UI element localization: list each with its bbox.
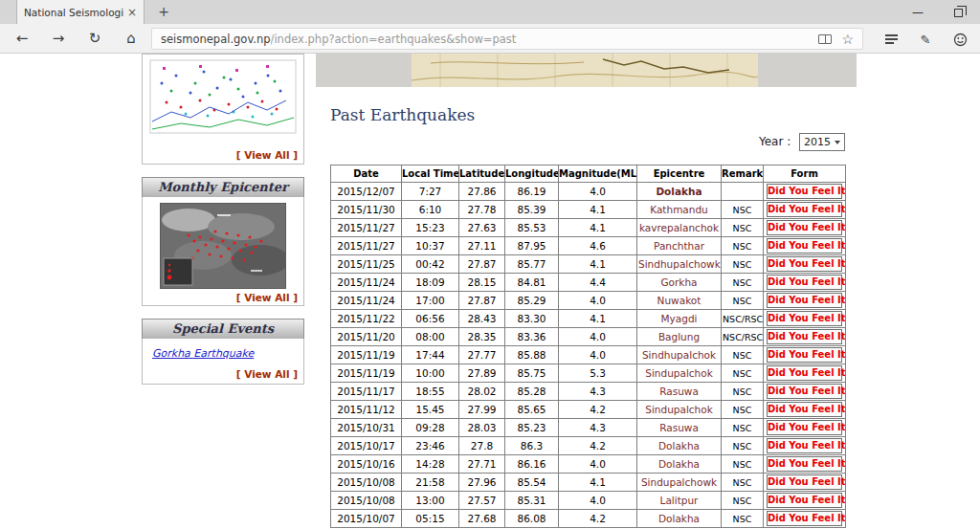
cell-magnitude: 4.0	[559, 492, 637, 510]
did-you-feel-it-link[interactable]: Did You Feel It?	[767, 384, 842, 399]
browser-tab[interactable]: National Seismological C ×	[16, 0, 145, 24]
did-you-feel-it-link[interactable]: Did You Feel It?	[767, 420, 842, 435]
earthquake-table: DateLocal TimeLatitudeLongitudeMagnitude…	[330, 165, 846, 528]
minimize-button[interactable]: —	[898, 0, 938, 24]
monthly-map-view-all-link[interactable]: [ View All ]	[236, 292, 298, 303]
cell-longitude: 86.08	[505, 510, 559, 528]
cell-remarks: NSC	[722, 292, 764, 310]
cell-remarks: NSC	[722, 201, 764, 219]
cell-magnitude: 4.0	[559, 346, 637, 364]
refresh-button[interactable]: ↻	[80, 27, 109, 51]
did-you-feel-it-link[interactable]: Did You Feel It?	[767, 511, 842, 526]
tab-bar: National Seismological C × + —	[0, 0, 980, 24]
cell-epicentre: Myagdi	[637, 310, 722, 328]
did-you-feel-it-link[interactable]: Did You Feel It?	[767, 474, 842, 490]
cell-longitude: 86.3	[505, 437, 559, 455]
cell-magnitude: 4.1	[559, 310, 637, 328]
special-events-view-all-link[interactable]: [ View All ]	[236, 368, 298, 380]
cell-form: Did You Feel It?	[764, 183, 846, 201]
did-you-feel-it-link[interactable]: Did You Feel It?	[767, 184, 842, 199]
cell-magnitude: 4.1	[559, 474, 637, 492]
cell-epicentre: Sindupalchowk	[637, 474, 722, 492]
gorkha-earthquake-link[interactable]: Gorkha Earthquake	[152, 347, 254, 360]
year-select[interactable]: 2015	[799, 133, 845, 151]
home-button[interactable]: ⌂	[117, 27, 145, 51]
cell-magnitude: 4.0	[559, 183, 637, 201]
cell-epicentre: kavrepalanchok	[637, 219, 722, 237]
feedback-button[interactable]	[946, 28, 974, 51]
cell-local-time: 18:09	[402, 274, 459, 292]
cell-date: 2015/11/24	[331, 274, 402, 292]
cell-longitude: 85.29	[505, 292, 559, 310]
column-header: Local Time	[402, 165, 459, 183]
monthly-map-thumbnail[interactable]	[160, 203, 286, 293]
cell-local-time: 17:00	[402, 292, 459, 310]
cell-local-time: 14:28	[402, 455, 459, 474]
did-you-feel-it-link[interactable]: Did You Feel It?	[767, 456, 842, 472]
cell-longitude: 83.30	[505, 310, 559, 328]
cell-date: 2015/11/25	[331, 255, 402, 274]
cell-form: Did You Feel It?	[764, 292, 846, 310]
did-you-feel-it-link[interactable]: Did You Feel It?	[767, 365, 842, 381]
cell-local-time: 18:55	[402, 383, 459, 401]
forward-button[interactable]: →	[44, 27, 73, 51]
did-you-feel-it-link[interactable]: Did You Feel It?	[767, 293, 842, 308]
cell-latitude: 27.96	[459, 474, 505, 492]
column-header: Magnitude(ML)	[559, 165, 637, 183]
reading-view-icon[interactable]	[818, 34, 832, 44]
cell-longitude: 85.77	[505, 255, 559, 274]
cell-form: Did You Feel It?	[764, 401, 846, 419]
cell-latitude: 27.99	[459, 401, 505, 419]
cell-form: Did You Feel It?	[764, 274, 846, 292]
cell-magnitude: 4.2	[559, 437, 637, 455]
new-tab-button[interactable]: +	[151, 3, 176, 21]
cell-latitude: 27.87	[459, 292, 505, 310]
hub-button[interactable]	[877, 28, 905, 51]
cell-local-time: 05:15	[402, 510, 459, 528]
tab-close-icon[interactable]: ×	[127, 6, 137, 19]
table-row: 2015/10/1614:2827.7186.164.0DolakhaNSCDi…	[331, 455, 846, 474]
cell-latitude: 27.86	[459, 183, 505, 201]
cell-magnitude: 4.0	[559, 455, 637, 474]
did-you-feel-it-link[interactable]: Did You Feel It?	[767, 402, 842, 417]
cell-form: Did You Feel It?	[764, 455, 846, 474]
cell-latitude: 28.35	[459, 328, 505, 346]
cell-date: 2015/10/31	[331, 419, 402, 437]
cell-epicentre: Sindhupalchok	[637, 346, 722, 364]
table-row: 2015/11/2206:5628.4383.304.1MyagdiNSC/RS…	[331, 310, 846, 328]
cell-date: 2015/10/08	[331, 492, 402, 510]
cell-magnitude: 4.0	[559, 328, 637, 346]
back-button[interactable]: ←	[8, 27, 36, 51]
tab-title: National Seismological C	[24, 7, 123, 18]
did-you-feel-it-link[interactable]: Did You Feel It?	[767, 256, 842, 272]
did-you-feel-it-link[interactable]: Did You Feel It?	[767, 238, 842, 253]
did-you-feel-it-link[interactable]: Did You Feel It?	[767, 311, 842, 326]
seismicity-view-all-link[interactable]: [ View All ]	[236, 149, 298, 161]
cell-longitude: 85.39	[505, 201, 559, 219]
did-you-feel-it-link[interactable]: Did You Feel It?	[767, 329, 842, 344]
did-you-feel-it-link[interactable]: Did You Feel It?	[767, 493, 842, 508]
seismicity-chart-thumbnail[interactable]	[143, 55, 303, 148]
table-row: 2015/10/0813:0027.5785.314.0LalitpurNSCD…	[331, 492, 846, 510]
cell-form: Did You Feel It?	[764, 219, 846, 237]
did-you-feel-it-link[interactable]: Did You Feel It?	[767, 438, 842, 453]
cell-local-time: 6:10	[402, 201, 459, 219]
did-you-feel-it-link[interactable]: Did You Feel It?	[767, 220, 842, 235]
cell-magnitude: 4.3	[559, 383, 637, 401]
url-field[interactable]: seismonepal.gov.np /index.php?action=ear…	[151, 28, 863, 50]
cell-date: 2015/11/19	[331, 346, 402, 364]
did-you-feel-it-link[interactable]: Did You Feel It?	[767, 202, 842, 217]
favorites-star-icon[interactable]: ☆	[841, 33, 854, 46]
table-row: 2015/11/2715:2327.6385.534.1kavrepalanch…	[331, 219, 846, 237]
cell-magnitude: 4.4	[559, 274, 637, 292]
cell-remarks: NSC	[722, 237, 764, 255]
did-you-feel-it-link[interactable]: Did You Feel It?	[767, 347, 842, 363]
cell-form: Did You Feel It?	[764, 437, 846, 455]
restore-button[interactable]	[938, 0, 978, 24]
cell-form: Did You Feel It?	[764, 492, 846, 510]
did-you-feel-it-link[interactable]: Did You Feel It?	[767, 275, 842, 290]
monthly-epicenter-map-box: [ View All ]	[142, 197, 304, 306]
seismicity-chart-image	[143, 55, 303, 144]
table-row: 2015/11/2417:0027.8785.294.0NuwakotNSCDi…	[331, 292, 846, 310]
web-note-button[interactable]: ✎	[911, 28, 940, 51]
